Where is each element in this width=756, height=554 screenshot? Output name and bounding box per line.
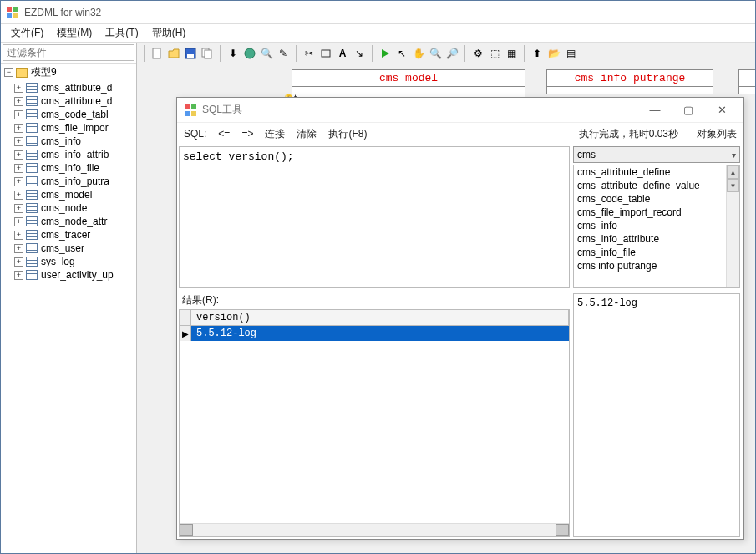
table-list-item[interactable]: cms_file_import_record xyxy=(574,206,739,219)
prev-button[interactable]: <= xyxy=(218,128,230,140)
table-list[interactable]: cms_attribute_definecms_attribute_define… xyxy=(573,165,740,288)
svg-rect-10 xyxy=(322,50,330,57)
cut-icon[interactable]: ✂ xyxy=(302,46,317,61)
tool5-icon[interactable]: 📂 xyxy=(546,46,561,61)
tool4-icon[interactable]: ⬆ xyxy=(530,46,545,61)
sql-titlebar[interactable]: SQL工具 ― ▢ ✕ xyxy=(177,98,743,123)
scroll-right-icon[interactable] xyxy=(556,524,569,536)
table-list-item[interactable]: cms_info_attribute xyxy=(574,232,739,246)
clear-button[interactable]: 清除 xyxy=(297,127,317,141)
new-icon[interactable] xyxy=(150,46,165,61)
expand-icon[interactable]: + xyxy=(14,257,23,267)
expand-icon[interactable]: + xyxy=(14,137,23,146)
scroll-up-icon[interactable]: ▲ xyxy=(727,165,739,179)
tool6-icon[interactable]: ▤ xyxy=(563,46,578,61)
minimize-button[interactable]: ― xyxy=(640,101,670,119)
connect-button[interactable]: 连接 xyxy=(265,127,285,141)
expand-icon[interactable]: − xyxy=(4,68,13,77)
expand-icon[interactable]: + xyxy=(14,110,23,119)
next-button[interactable]: => xyxy=(241,128,253,140)
expand-icon[interactable]: + xyxy=(14,124,23,133)
scroll-left-icon[interactable] xyxy=(180,524,193,536)
pencil-icon[interactable]: ✎ xyxy=(276,46,291,61)
globe-icon[interactable] xyxy=(242,46,257,61)
tree-item[interactable]: +cms_info_attrib xyxy=(1,148,136,161)
zoomout-icon[interactable]: 🔍 xyxy=(428,46,443,61)
tree-item[interactable]: +cms_file_impor xyxy=(1,121,136,135)
panel-cms-node[interactable]: cms node xyxy=(738,69,755,94)
menu-tool[interactable]: 工具(T) xyxy=(99,24,145,42)
expand-icon[interactable]: + xyxy=(14,191,23,200)
tree-item[interactable]: +cms_info_file xyxy=(1,161,136,175)
result-row[interactable]: ▶ 5.5.12-log xyxy=(180,326,569,341)
menu-model[interactable]: 模型(M) xyxy=(50,24,99,42)
expand-icon[interactable]: + xyxy=(14,244,23,253)
vertical-scrollbar[interactable]: ▲ ▼ xyxy=(726,165,739,287)
expand-icon[interactable]: + xyxy=(14,271,23,280)
maximize-button[interactable]: ▢ xyxy=(673,101,703,119)
table-icon xyxy=(26,150,38,160)
expand-icon[interactable]: + xyxy=(14,84,23,93)
panel-title: cms node xyxy=(739,70,755,87)
expand-icon[interactable]: + xyxy=(14,150,23,160)
tree-item[interactable]: +cms_node xyxy=(1,201,136,215)
tree-item-label: cms_info_attrib xyxy=(41,149,109,160)
sql-editor[interactable]: select version(); xyxy=(179,146,570,288)
tree-item[interactable]: +cms_tracer xyxy=(1,228,136,241)
expand-icon[interactable]: + xyxy=(14,231,23,240)
column-header[interactable]: version() xyxy=(191,310,569,325)
table-icon xyxy=(26,163,38,173)
expand-icon[interactable]: + xyxy=(14,217,23,226)
tree-item[interactable]: +cms_info_putra xyxy=(1,175,136,188)
tree-item[interactable]: +cms_model xyxy=(1,188,136,201)
scroll-down-icon[interactable]: ▼ xyxy=(727,179,739,192)
copy-icon[interactable] xyxy=(200,46,215,61)
tree-item[interactable]: +sys_log xyxy=(1,255,136,268)
chevron-down-icon: ▾ xyxy=(732,150,736,160)
tree-item[interactable]: +cms_attribute_d xyxy=(1,94,136,108)
rect-icon[interactable] xyxy=(318,46,333,61)
panel-cms-info-putrange[interactable]: cms info putrange xyxy=(546,69,713,94)
tool2-icon[interactable]: ⬚ xyxy=(487,46,502,61)
expand-icon[interactable]: + xyxy=(14,97,23,106)
filter-input[interactable] xyxy=(3,44,134,61)
line-icon[interactable]: ↘ xyxy=(352,46,367,61)
execute-button[interactable]: 执行(F8) xyxy=(328,127,367,141)
tree-item[interactable]: +cms_attribute_d xyxy=(1,81,136,94)
tree-item[interactable]: +cms_node_attr xyxy=(1,215,136,228)
result-grid[interactable]: version() ▶ 5.5.12-log xyxy=(179,309,570,537)
text-icon[interactable]: A xyxy=(335,46,350,61)
table-list-item[interactable]: cms_info xyxy=(574,219,739,232)
hand-icon[interactable]: ✋ xyxy=(411,46,426,61)
table-list-item[interactable]: cms_info_file xyxy=(574,246,739,259)
expand-icon[interactable]: + xyxy=(14,177,23,186)
menu-file[interactable]: 文件(F) xyxy=(4,24,50,42)
tool1-icon[interactable]: ⚙ xyxy=(470,46,485,61)
horizontal-scrollbar[interactable] xyxy=(180,523,569,536)
tree-item[interactable]: +cms_code_tabl xyxy=(1,108,136,121)
zoomin-icon[interactable]: 🔎 xyxy=(444,46,459,61)
expand-icon[interactable]: + xyxy=(14,164,23,173)
import-icon[interactable]: ⬇ xyxy=(226,46,241,61)
close-button[interactable]: ✕ xyxy=(707,101,737,119)
table-list-item[interactable]: cms info putrange xyxy=(574,259,739,272)
pointer-icon[interactable]: ↖ xyxy=(394,46,409,61)
table-list-item[interactable]: cms_code_table xyxy=(574,192,739,206)
tree-root[interactable]: − 模型9 xyxy=(1,64,136,81)
result-cell[interactable]: 5.5.12-log xyxy=(191,326,569,341)
open-icon[interactable] xyxy=(166,46,181,61)
table-list-item[interactable]: cms_attribute_define xyxy=(574,165,739,179)
save-icon[interactable] xyxy=(183,46,198,61)
svg-rect-1 xyxy=(13,7,18,12)
binoculars-icon[interactable]: 🔍 xyxy=(259,46,274,61)
table-list-item[interactable]: cms_attribute_define_value xyxy=(574,179,739,192)
schema-select[interactable]: cms ▾ xyxy=(573,146,740,163)
menu-help[interactable]: 帮助(H) xyxy=(145,24,193,42)
tree-item[interactable]: +user_activity_up xyxy=(1,268,136,282)
tree-item[interactable]: +cms_info xyxy=(1,135,136,148)
tree-item[interactable]: +cms_user xyxy=(1,241,136,255)
row-handle-header xyxy=(180,310,191,325)
play-icon[interactable] xyxy=(378,46,393,61)
tool3-icon[interactable]: ▦ xyxy=(504,46,519,61)
expand-icon[interactable]: + xyxy=(14,204,23,213)
